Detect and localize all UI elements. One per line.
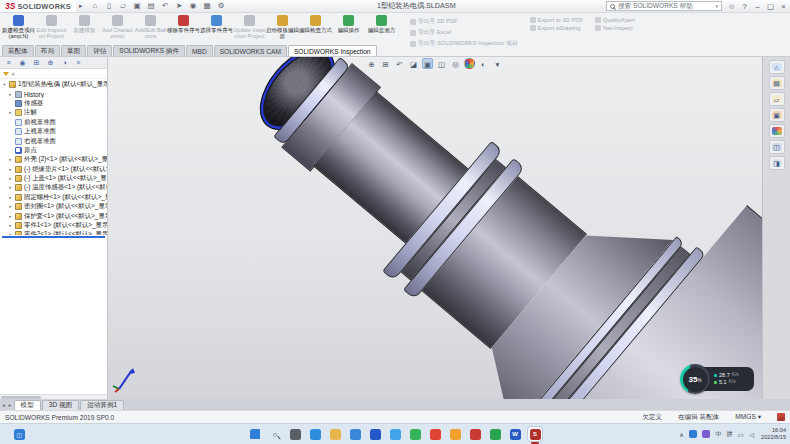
view-settings-icon[interactable]: ◐ [478, 58, 489, 69]
export-sw-inspection-item[interactable]: 导出至 SOLIDWORKS Inspection 项目 [410, 39, 518, 48]
taskbar-clock[interactable]: 16:04 2022/8/15 [761, 427, 786, 440]
tree-item-part2-1[interactable]: ▸ 零件2<1> (默认<<默认>_显示状 [0, 230, 107, 235]
options-gear-icon[interactable]: ⚙ [216, 0, 227, 12]
new-inspection-project-button[interactable]: 新建检查项目(amp;N) [2, 14, 35, 39]
expand-arrow-icon[interactable]: ▸ [8, 214, 13, 219]
tree-item-top-cover[interactable]: ▸ (-) 上盖<1> (默认<<默认>_显示状 [0, 174, 107, 183]
zoom-area-icon[interactable]: ⊞ [380, 58, 391, 69]
filter-dropdown-arrow[interactable]: ▾ [12, 71, 15, 77]
tree-item-history[interactable]: ▸ History [0, 89, 107, 98]
tree-item-protective-sleeve[interactable]: ▸ 保护套<1> (默认<<默认>_显示状 [0, 211, 107, 220]
expand-arrow-icon[interactable]: ▸ [8, 92, 13, 97]
tab-sw-inspection[interactable]: SOLIDWORKS Inspection [288, 45, 377, 56]
expand-arrow-icon[interactable]: ▸ [8, 232, 13, 235]
zoom-fit-icon[interactable]: ⊕ [366, 58, 377, 69]
taskbar-dict-icon[interactable] [468, 427, 482, 441]
volume-icon[interactable]: ◁ [748, 431, 755, 438]
tree-filter-row[interactable]: ▾ [0, 69, 107, 79]
tab-3d-views[interactable]: 3D 视图 [42, 400, 79, 410]
model-tabs-scroll-right-icon[interactable]: ▸ [7, 400, 14, 410]
rollback-bar[interactable] [2, 236, 105, 238]
ime-language-icon[interactable]: 中 [715, 430, 722, 439]
taskbar-store-icon[interactable] [368, 427, 382, 441]
status-tag-icon[interactable] [777, 413, 785, 421]
tab-assembly[interactable]: 装配体 [2, 45, 34, 56]
export-2d-pdf-item[interactable]: 导出至 2D PDF [410, 17, 518, 26]
qualityxpert-item[interactable]: QualityXpert [595, 17, 635, 23]
taskbar-app-green-icon[interactable] [408, 427, 422, 441]
tree-root-assembly[interactable]: ▾ 1型铠装热电偶 (默认<默认_显示状态-1 [0, 80, 107, 89]
previous-view-icon[interactable]: ↶ [394, 58, 405, 69]
tree-item-origin[interactable]: 原点 [0, 146, 107, 155]
export-3d-pdf-item[interactable]: Export to 3D PDF [530, 17, 583, 23]
launch-template-editor-button[interactable]: 启动模板编辑器 [266, 14, 299, 39]
taskbar-edge-icon[interactable] [308, 427, 322, 441]
save-icon[interactable]: ▣ [132, 0, 143, 12]
edit-inspection-methods-button[interactable]: 编辑检查方式 [299, 14, 332, 39]
hide-show-items-icon[interactable]: ◎ [450, 58, 461, 69]
print-icon[interactable]: ▤ [146, 0, 157, 12]
taskbar-start-button[interactable] [248, 427, 262, 441]
remove-balloons-button[interactable]: 移除零件序号 [167, 14, 200, 39]
restore-icon[interactable]: ▢ [764, 0, 777, 13]
close-icon[interactable]: × [777, 0, 790, 13]
edit-operations-button[interactable]: 编辑操作 [332, 14, 365, 39]
expand-arrow-icon[interactable]: ▸ [8, 223, 13, 228]
export-excel-item[interactable]: 导出至 Excel [410, 28, 518, 37]
open-icon[interactable]: ▱ [118, 0, 129, 12]
expand-arrow-icon[interactable]: ▸ [8, 195, 13, 200]
tree-item-shell[interactable]: ▸ 外壳 (2)<1> (默认<<默认>_显示状 [0, 155, 107, 164]
display-settings-icon[interactable]: ▦ [202, 0, 213, 12]
tree-item-front-plane[interactable]: 前视基准面 [0, 118, 107, 127]
tree-item-right-plane[interactable]: 右视基准面 [0, 136, 107, 145]
heads-up-more-arrow[interactable]: ▾ [492, 58, 503, 69]
taskbar-browser2-icon[interactable] [448, 427, 462, 441]
task-pane-view-palette-icon[interactable]: ▣ [769, 108, 785, 122]
update-inspection-project-button[interactable]: Update Inspection Project [233, 14, 266, 39]
task-pane-file-explorer-icon[interactable]: ▱ [769, 92, 785, 106]
taskbar-chrome-icon[interactable] [428, 427, 442, 441]
usage-percent-badge[interactable]: 35% [680, 364, 710, 394]
tree-item-temp-sensor[interactable]: ▸ (-) 温度传感器<1> (默认<<默认>_ [0, 183, 107, 192]
task-pane-resources-icon[interactable]: ⌂ [769, 60, 785, 74]
select-balloons-button[interactable]: 选择零件序号 [200, 14, 233, 39]
tab-mbd[interactable]: MBD [186, 45, 213, 56]
edit-inspection-project-button[interactable]: Edit Inspection Project [35, 14, 68, 39]
export-edrawing-item[interactable]: Export eDrawing [530, 25, 583, 31]
tab-motion-study[interactable]: 运动算例1 [80, 400, 124, 410]
status-underdefined[interactable]: 欠定义 [642, 413, 662, 422]
task-pane-design-library-icon[interactable]: ▤ [769, 76, 785, 90]
taskbar-taskview-button[interactable] [288, 427, 302, 441]
status-units[interactable]: MMGS ▾ [735, 413, 761, 422]
menu-expand-arrow[interactable]: ▸ [79, 2, 83, 10]
tree-item-fixing-bolt[interactable]: ▸ 固定螺栓<1> (默认<<默认>_显示 [0, 193, 107, 202]
taskbar-solidworks-icon[interactable]: S [528, 427, 542, 441]
tab-sw-addins[interactable]: SOLIDWORKS 插件 [113, 45, 185, 56]
tray-shield-icon[interactable] [702, 430, 711, 438]
search-dropdown-arrow[interactable]: ▾ [715, 3, 718, 9]
tab-evaluate[interactable]: 评估 [87, 45, 112, 56]
section-view-icon[interactable]: ◪ [408, 58, 419, 69]
expand-arrow-icon[interactable]: ▸ [8, 176, 13, 181]
taskbar-search-button[interactable]: ○ [268, 427, 282, 441]
propertymanager-tab[interactable]: ◉ [16, 57, 29, 68]
tree-item-part1[interactable]: ▸ 零件1<1> (默认<<默认>_显示状态 [0, 221, 107, 230]
select-arrow-icon[interactable]: ➤ [174, 0, 185, 12]
tab-sketch[interactable]: 草图 [61, 45, 86, 56]
displaymanager-tab[interactable]: ◑ [58, 57, 71, 68]
taskbar-widgets-icon[interactable]: ◫ [12, 427, 26, 441]
expand-arrow-icon[interactable]: ▸ [8, 185, 13, 190]
expand-arrow-icon[interactable]: ▸ [8, 157, 13, 162]
help-icon[interactable]: ? [738, 0, 751, 13]
taskbar-word-icon[interactable]: W [508, 427, 522, 441]
new-document-icon[interactable]: ▯ [104, 0, 115, 12]
tray-expand-icon[interactable]: ∧ [678, 431, 685, 438]
monitor-icon[interactable]: ▭ [737, 431, 744, 438]
ime-mode-icon[interactable]: 拼 [726, 430, 733, 439]
configurationmanager-tab[interactable]: ⊞ [30, 57, 43, 68]
edit-appearance-icon[interactable]: ● [464, 58, 475, 69]
tree-item-annotations[interactable]: ▸ 注解 [0, 108, 107, 117]
taskbar-explorer-icon[interactable] [328, 427, 342, 441]
view-orientation-icon[interactable]: ▣ [422, 58, 433, 69]
add-edit-balloons-button[interactable]: Add/Edit Balloons [134, 14, 167, 39]
